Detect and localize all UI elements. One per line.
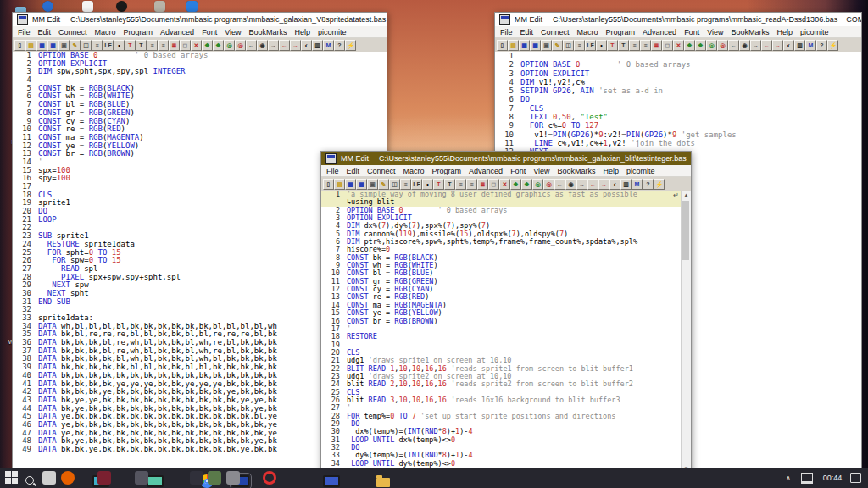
monitor-app2-icon[interactable] xyxy=(147,475,164,487)
text-red-button[interactable]: T xyxy=(607,40,618,51)
maroon-app-icon[interactable] xyxy=(97,471,111,485)
new-file-button[interactable]: ▯ xyxy=(14,40,25,51)
copy-button[interactable]: ◫ xyxy=(81,40,92,51)
forward-arrow-button[interactable]: → xyxy=(750,40,761,51)
save-file-button[interactable]: ▦ xyxy=(519,40,530,51)
record-button[interactable]: ◉ xyxy=(565,179,576,190)
dot-button[interactable]: • xyxy=(422,179,433,190)
explorer-dark-icon[interactable] xyxy=(190,471,203,485)
menu-item-program[interactable]: Program xyxy=(432,167,462,175)
menu-item-view[interactable]: View xyxy=(707,28,723,36)
forward-arrow-red-button[interactable]: → xyxy=(772,40,783,51)
menu-item-advanced[interactable]: Advanced xyxy=(469,167,503,175)
menu-item-edit[interactable]: Edit xyxy=(347,167,360,175)
line-feed-button[interactable]: LF xyxy=(103,40,114,51)
menu-item-bookmarks[interactable]: BookMarks xyxy=(249,28,287,36)
align-red-button[interactable]: ≣ xyxy=(651,40,662,51)
forward-arrow-button[interactable]: → xyxy=(268,40,279,51)
menu-item-connect[interactable]: Connect xyxy=(58,28,87,36)
save-as-button[interactable]: ▦ xyxy=(356,179,367,190)
menu-item-macro[interactable]: Macro xyxy=(577,28,598,36)
align-red-button[interactable]: ≣ xyxy=(477,179,488,190)
text-red-button[interactable]: T xyxy=(125,40,136,51)
text-sub-button[interactable]: T xyxy=(136,40,147,51)
columns-button[interactable]: ▥ xyxy=(620,179,632,190)
print-button[interactable]: ▣ xyxy=(367,179,378,190)
code-line[interactable]: 28FOR temp%=0 TO 7 'set up start sprite … xyxy=(321,413,691,420)
new-file-button[interactable]: ▯ xyxy=(497,40,508,51)
menu-item-advanced[interactable]: Advanced xyxy=(160,28,194,36)
find-red-button[interactable]: ◎ xyxy=(543,179,554,190)
notification-icon[interactable] xyxy=(850,473,861,483)
dark-app-icon[interactable] xyxy=(135,471,148,485)
back-arrow-red-button[interactable]: ← xyxy=(279,40,290,51)
mmbasic-m-button[interactable]: M xyxy=(323,40,334,51)
code-line[interactable]: 31 LOOP UNTIL dx%(temp%)<>0 xyxy=(321,436,691,444)
new-file-button[interactable]: ▯ xyxy=(323,179,334,190)
list-button[interactable]: ≡ xyxy=(92,40,103,51)
record-button[interactable]: ◉ xyxy=(257,40,268,51)
help-button[interactable]: ? xyxy=(334,40,345,51)
menu-item-edit[interactable]: Edit xyxy=(520,28,534,36)
save-as-button[interactable]: ▦ xyxy=(530,40,541,51)
menu-item-view[interactable]: View xyxy=(533,167,549,175)
back-arrow-red-button[interactable]: ← xyxy=(587,179,598,190)
menu-item-picomite[interactable]: picomite xyxy=(626,167,655,175)
run-button[interactable]: ⚡ xyxy=(345,40,356,51)
find-green-button[interactable]: ◎ xyxy=(706,40,717,51)
menu-item-view[interactable]: View xyxy=(225,28,241,36)
align-red-button[interactable]: ≣ xyxy=(169,40,180,51)
faded-app-icon[interactable] xyxy=(226,471,240,485)
menu-item-bookmarks[interactable]: BookMarks xyxy=(732,28,770,36)
back-arrow-red-button[interactable]: ← xyxy=(761,40,772,51)
mmedit2-taskbar-icon[interactable] xyxy=(323,475,340,487)
line-feed-button[interactable]: LF xyxy=(585,40,596,51)
forward-arrow-button[interactable]: → xyxy=(576,179,587,190)
menu-item-connect[interactable]: Connect xyxy=(541,28,570,36)
firefox-icon[interactable] xyxy=(61,471,75,485)
align-left-button[interactable]: ≡ xyxy=(455,179,466,190)
code-line[interactable]: 1 xyxy=(495,52,861,60)
menu-item-bookmarks[interactable]: BookMarks xyxy=(558,167,596,175)
code-line[interactable]: 7 CLS xyxy=(495,104,861,113)
align-left-button[interactable]: ≡ xyxy=(629,40,640,51)
blue-app-icon[interactable] xyxy=(186,1,198,12)
globe-button[interactable]: ◐ xyxy=(609,179,620,190)
align-right-button[interactable]: ≡ xyxy=(640,40,651,51)
code-line[interactable]: 19 xyxy=(321,341,691,349)
opera-icon[interactable] xyxy=(263,471,276,485)
back-arrow-button[interactable]: ← xyxy=(246,40,257,51)
code-editor[interactable]: 1'a simple way of moving 8 user defined … xyxy=(321,191,691,473)
network-icon[interactable] xyxy=(801,473,813,484)
delete-red-button[interactable]: ✕ xyxy=(673,40,684,51)
menu-item-picomite[interactable]: picomite xyxy=(318,28,347,36)
run-button[interactable]: ⚡ xyxy=(654,179,665,190)
text-sub-button[interactable]: T xyxy=(444,179,455,190)
record-button[interactable]: ◉ xyxy=(739,40,750,51)
open-file-button[interactable]: ▤ xyxy=(334,179,345,190)
hands-green-1-button[interactable]: ❖ xyxy=(202,40,213,51)
tray-chevron-icon[interactable]: ∧ xyxy=(781,474,796,482)
copy-button[interactable]: ◫ xyxy=(563,40,574,51)
save-file-button[interactable]: ▦ xyxy=(36,40,47,51)
globe-button[interactable]: ◐ xyxy=(783,40,794,51)
menu-item-program[interactable]: Program xyxy=(124,28,153,36)
taskbar-clock[interactable]: 00:44 xyxy=(818,474,847,482)
list-button[interactable]: ≡ xyxy=(400,179,411,190)
title-bar[interactable]: MM EditC:\Users\stanley555\Documents\mmb… xyxy=(495,13,861,26)
save-file-button[interactable]: ▦ xyxy=(345,179,356,190)
search-icon[interactable] xyxy=(24,474,37,488)
find-green-button[interactable]: ◎ xyxy=(224,40,235,51)
dot-button[interactable]: • xyxy=(114,40,125,51)
menu-item-font[interactable]: Font xyxy=(510,167,526,175)
back-arrow-button[interactable]: ← xyxy=(554,179,565,190)
black-gem-icon[interactable] xyxy=(116,1,127,12)
find-red-button[interactable]: ◎ xyxy=(717,40,728,51)
blue-disc-icon[interactable] xyxy=(42,1,53,12)
copy-button[interactable]: ◫ xyxy=(389,179,400,190)
list-button[interactable]: ≡ xyxy=(574,40,585,51)
print-button[interactable]: ▣ xyxy=(541,40,552,51)
hands-green-1-button[interactable]: ❖ xyxy=(684,40,695,51)
hands-green-2-button[interactable]: ❖ xyxy=(521,179,532,190)
title-bar[interactable]: MM EditC:\Users\stanley555\Documents\mmb… xyxy=(13,13,387,26)
